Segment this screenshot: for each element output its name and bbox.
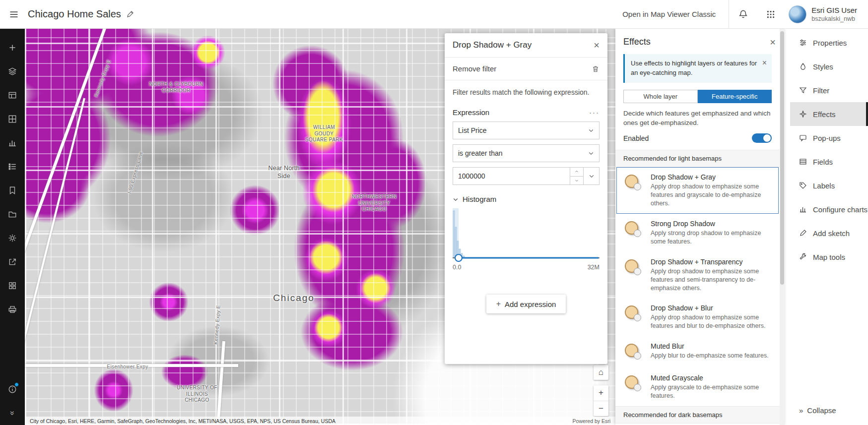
effect-thumbnail-icon [624, 304, 645, 324]
user-name: Esri GIS User [811, 6, 857, 14]
effect-item-drop-shadow-blur[interactable]: Drop Shadow + Blur Apply drop shadow to … [616, 298, 779, 336]
user-account-menu[interactable]: Esri GIS User bszukalski_nwb [785, 5, 868, 23]
nav-item-properties[interactable]: Properties [790, 31, 868, 55]
add-expression-button[interactable]: + Add expression [486, 295, 566, 313]
nav-item-effects[interactable]: Effects [790, 102, 868, 126]
save-open-icon[interactable] [0, 202, 25, 226]
open-in-classic-link[interactable]: Open in Map Viewer Classic [622, 10, 716, 18]
zoom-control: + − [594, 385, 608, 416]
notifications-bell-icon[interactable] [729, 0, 757, 29]
filter-description: Filter results match the following expre… [445, 80, 607, 99]
collapse-nav-button[interactable]: » Collapse [790, 401, 868, 419]
effect-thumbnail-icon [624, 374, 645, 394]
home-extent-button[interactable]: ⌂ [594, 365, 608, 380]
popup-bubble-icon [799, 134, 807, 142]
effects-panel-scrollbar [780, 29, 785, 425]
effects-scope-tabs: Whole layer Feature-specific [623, 90, 772, 103]
effect-thumbnail-icon [624, 258, 645, 278]
basemap-icon[interactable] [0, 107, 25, 131]
effect-item-strong-drop-shadow[interactable]: Strong Drop Shadow Apply strong drop sha… [616, 214, 779, 252]
legend-icon[interactable] [0, 155, 25, 179]
scrollbar-thumb[interactable] [780, 31, 784, 285]
chevron-down-icon [588, 150, 594, 156]
enabled-toggle[interactable] [752, 133, 772, 143]
histogram-toggle[interactable]: Histogram [453, 192, 600, 208]
histogram-max-label: 32M [588, 264, 600, 271]
trash-icon[interactable] [592, 65, 600, 73]
tab-feature-specific[interactable]: Feature-specific [698, 90, 772, 103]
zoom-out-button[interactable]: − [594, 401, 608, 417]
hamburger-menu-icon[interactable] [0, 0, 28, 29]
stepper-down-icon[interactable] [570, 176, 583, 185]
collapse-toolbar-icon[interactable]: » [0, 401, 25, 425]
tab-whole-layer[interactable]: Whole layer [623, 90, 698, 103]
nav-item-configure-charts[interactable]: Configure charts [790, 197, 868, 221]
funnel-icon [799, 86, 807, 94]
tag-icon [799, 182, 807, 189]
histogram-chart [453, 208, 600, 262]
sliders-icon [799, 39, 807, 47]
effects-panel-title: Effects [623, 37, 651, 47]
chevron-down-icon [588, 127, 594, 133]
effect-item-drop-shadow-transparency[interactable]: Drop Shadow + Transparency Apply drop sh… [616, 252, 779, 299]
add-layer-icon[interactable] [0, 36, 25, 60]
map-title: Chicago Home Sales [28, 8, 121, 20]
value-dropdown-icon[interactable] [584, 167, 600, 185]
effects-info-banner: Use effects to highlight layers or featu… [623, 54, 772, 83]
zoom-in-button[interactable]: + [594, 385, 608, 401]
effect-thumbnail-icon [624, 342, 645, 362]
bar-chart-icon [799, 205, 807, 213]
effects-panel-close-icon[interactable]: × [770, 37, 776, 47]
value-input[interactable] [453, 167, 570, 185]
map-container: NORTH & CLYBOURN CORRIDOR WILLIAM GOUDY … [25, 29, 615, 425]
share-icon[interactable] [0, 250, 25, 274]
effect-item-muted-blur[interactable]: Muted Blur Apply blur to de-emphasize so… [616, 336, 779, 368]
apps-grid-icon[interactable] [0, 274, 25, 298]
nav-item-add-sketch[interactable]: Add sketch [790, 221, 868, 245]
nav-item-labels[interactable]: Labels [790, 174, 868, 197]
effect-thumbnail-icon [624, 173, 645, 193]
effect-item-drop-shadow-gray[interactable]: Drop Shadow + Gray Apply drop shadow to … [616, 167, 779, 214]
toggle-knob [763, 134, 771, 142]
operator-select[interactable]: is greater than [453, 144, 600, 162]
stepper-up-icon[interactable] [570, 168, 583, 176]
effect-item-muted-grayscale[interactable]: Muted Grayscale Apply grayscale to de-em… [616, 368, 779, 406]
field-select[interactable]: List Price [453, 121, 600, 139]
info-banner-close-icon[interactable]: × [762, 59, 767, 78]
bookmarks-icon[interactable] [0, 179, 25, 202]
print-icon[interactable] [0, 298, 25, 321]
effects-info-text: Use effects to highlight layers or featu… [631, 59, 758, 78]
plus-icon: + [496, 300, 501, 308]
value-stepper [570, 167, 584, 185]
nav-item-map-tools[interactable]: Map tools [790, 245, 868, 269]
fields-list-icon [799, 158, 807, 166]
nav-item-filter[interactable]: Filter [790, 78, 868, 102]
map-properties-gear-icon[interactable] [0, 226, 25, 250]
info-icon[interactable] [0, 377, 25, 401]
remove-filter-button[interactable]: Remove filter [445, 58, 607, 80]
enabled-label: Enabled [623, 134, 649, 142]
map-attribution: City of Chicago, Esri, HERE, Garmin, Saf… [25, 417, 615, 425]
paint-drop-icon [799, 62, 807, 70]
charts-icon[interactable] [0, 131, 25, 155]
table-icon[interactable] [0, 83, 25, 107]
double-chevron-right-icon: » [799, 406, 802, 415]
nav-item-fields[interactable]: Fields [790, 150, 868, 174]
effects-description: Decide which features get emphasized and… [623, 109, 772, 128]
filter-panel-title: Drop Shadow + Gray [453, 40, 532, 50]
expression-overflow-menu-icon[interactable]: ··· [589, 108, 600, 117]
filter-panel: Drop Shadow + Gray × Remove filter Filte… [445, 33, 607, 364]
user-avatar [789, 5, 806, 23]
attribution-text: City of Chicago, Esri, HERE, Garmin, Saf… [30, 418, 335, 424]
filter-panel-close-icon[interactable]: × [594, 40, 600, 50]
edit-title-pencil-icon[interactable] [126, 10, 134, 18]
nav-item-popups[interactable]: Pop-ups [790, 126, 868, 150]
powered-by-esri-link[interactable]: Powered by Esri [573, 418, 610, 424]
app-launcher-grid-icon[interactable] [757, 0, 785, 29]
histogram-slider-handle[interactable] [455, 254, 462, 261]
nav-item-styles[interactable]: Styles [790, 55, 868, 78]
effect-thumbnail-icon [624, 220, 645, 240]
layers-icon[interactable] [0, 60, 25, 83]
notification-dot [14, 382, 19, 387]
wrench-icon [799, 253, 807, 261]
